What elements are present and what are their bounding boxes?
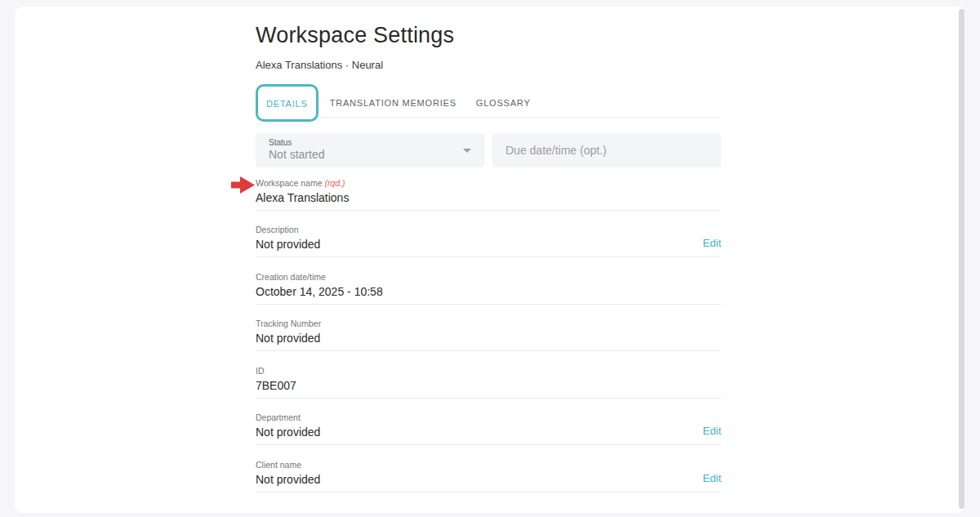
field-description: Description Not provided Edit <box>256 211 721 258</box>
red-pointer-arrow-icon <box>231 176 255 194</box>
due-date-input[interactable] <box>492 133 721 167</box>
edit-department-link[interactable]: Edit <box>703 425 721 437</box>
field-label: Tracking Number <box>256 319 721 328</box>
field-value: Not provided <box>256 473 721 486</box>
required-note: (rqd.) <box>324 178 345 188</box>
field-value: Alexa Translations <box>256 191 721 204</box>
field-client-name: Client name Not provided Edit <box>256 445 721 492</box>
edit-description-link[interactable]: Edit <box>703 237 721 249</box>
page-title: Workspace Settings <box>256 23 454 48</box>
field-workspace-name[interactable]: Workspace name (rqd.) Alexa Translations <box>256 163 721 211</box>
settings-card: Workspace Settings Alexa Translations · … <box>15 7 965 513</box>
chevron-down-icon <box>463 149 471 153</box>
tab-glossary[interactable]: GLOSSARY <box>476 98 531 108</box>
field-creation-date: Creation date/time October 14, 2025 - 10… <box>256 257 721 305</box>
page-background: Workspace Settings Alexa Translations · … <box>0 0 980 517</box>
breadcrumb: Alexa Translations · Neural <box>256 59 383 71</box>
field-tracking-number: Tracking Number Not provided <box>256 305 721 352</box>
field-department: Department Not provided Edit <box>256 399 721 446</box>
field-value: Not provided <box>256 332 721 345</box>
field-value: Not provided <box>256 426 721 439</box>
field-label: Workspace name (rqd.) <box>256 178 721 188</box>
status-select[interactable]: Status Not started <box>256 133 484 167</box>
field-value: Not provided <box>256 238 721 251</box>
field-label: ID <box>256 366 721 376</box>
scrollbar[interactable] <box>959 9 964 509</box>
status-row: Status Not started <box>256 133 721 167</box>
field-id: ID 7BE007 <box>256 351 721 399</box>
field-label: Department <box>256 412 721 422</box>
field-label: Creation date/time <box>256 272 721 282</box>
tab-translation-memories[interactable]: TRANSLATION MEMORIES <box>330 98 457 108</box>
status-value: Not started <box>269 148 471 161</box>
tab-details[interactable]: DETAILS <box>266 99 308 109</box>
status-label: Status <box>269 138 471 147</box>
field-value: October 14, 2025 - 10:58 <box>256 285 721 298</box>
field-label: Description <box>256 225 721 234</box>
field-value: 7BE007 <box>256 379 721 392</box>
tab-details-highlight: DETAILS <box>256 84 318 122</box>
edit-client-name-link[interactable]: Edit <box>703 472 721 484</box>
tabs-row: DETAILS TRANSLATION MEMORIES GLOSSARY <box>256 87 721 118</box>
tabs-divider <box>256 117 721 118</box>
field-label: Client name <box>256 460 721 470</box>
fields-list: Workspace name (rqd.) Alexa Translations… <box>256 163 721 492</box>
